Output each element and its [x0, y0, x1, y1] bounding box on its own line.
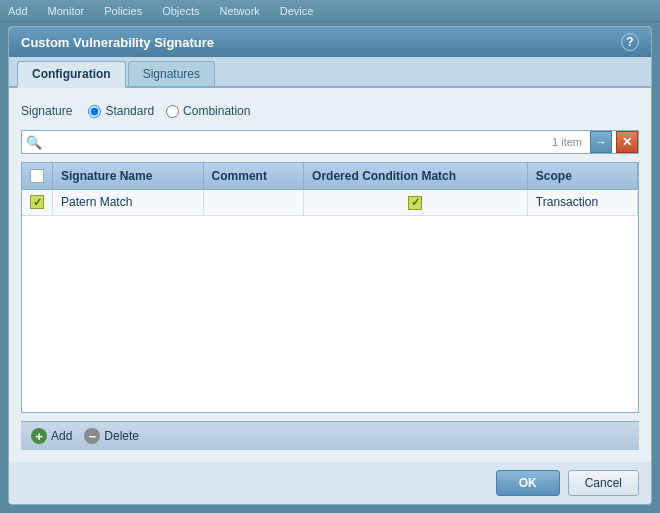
row-checkbox-cell: ✓ [22, 190, 53, 216]
row-scope: Transaction [527, 190, 637, 216]
row-ordered-condition-match: ✓ [304, 190, 528, 216]
radio-standard[interactable]: Standard [88, 104, 154, 118]
search-count: 1 item [552, 136, 586, 148]
search-bar: 🔍 1 item → ✕ [21, 130, 639, 154]
table-row[interactable]: ✓Patern Match✓Transaction [22, 190, 638, 216]
add-icon: + [31, 428, 47, 444]
tab-signatures[interactable]: Signatures [128, 61, 215, 86]
row-comment [203, 190, 304, 216]
nav-policies[interactable]: Policies [104, 5, 142, 17]
nav-add[interactable]: Add [8, 5, 28, 17]
radio-standard-input[interactable] [88, 105, 101, 118]
dialog: Custom Vulnerability Signature ? Configu… [8, 26, 652, 505]
search-icon: 🔍 [22, 135, 46, 150]
radio-combination-input[interactable] [166, 105, 179, 118]
signature-radio-group: Standard Combination [88, 104, 250, 118]
nav-objects[interactable]: Objects [162, 5, 199, 17]
help-button[interactable]: ? [621, 33, 639, 51]
dialog-title-bar: Custom Vulnerability Signature ? [9, 27, 651, 57]
tab-configuration[interactable]: Configuration [17, 61, 126, 88]
table-header-row: Signature Name Comment Ordered Condition… [22, 163, 638, 190]
nav-monitor[interactable]: Monitor [48, 5, 85, 17]
add-button[interactable]: + Add [31, 428, 72, 444]
dialog-title-text: Custom Vulnerability Signature [21, 35, 214, 50]
signatures-table-wrap: Signature Name Comment Ordered Condition… [21, 162, 639, 413]
col-checkbox [22, 163, 53, 190]
dialog-content: Signature Standard Combination 🔍 1 item … [9, 88, 651, 462]
row-signature-name: Patern Match [53, 190, 204, 216]
delete-button[interactable]: − Delete [84, 428, 139, 444]
col-signature-name: Signature Name [53, 163, 204, 190]
nav-device[interactable]: Device [280, 5, 314, 17]
search-clear-button[interactable]: ✕ [616, 131, 638, 153]
top-navigation: Add Monitor Policies Objects Network Dev… [0, 0, 660, 22]
table-footer: + Add − Delete [21, 421, 639, 450]
header-checkbox[interactable] [30, 169, 44, 183]
radio-combination[interactable]: Combination [166, 104, 250, 118]
cancel-button[interactable]: Cancel [568, 470, 639, 496]
delete-icon: − [84, 428, 100, 444]
nav-network[interactable]: Network [219, 5, 259, 17]
col-scope: Scope [527, 163, 637, 190]
ordered-checkbox: ✓ [408, 196, 422, 210]
tab-bar: Configuration Signatures [9, 57, 651, 88]
col-ordered-condition-match: Ordered Condition Match [304, 163, 528, 190]
signatures-table: Signature Name Comment Ordered Condition… [22, 163, 638, 216]
signature-type-row: Signature Standard Combination [21, 100, 639, 122]
ok-button[interactable]: OK [496, 470, 560, 496]
search-input[interactable] [50, 136, 548, 148]
bottom-button-bar: OK Cancel [9, 462, 651, 504]
search-go-button[interactable]: → [590, 131, 612, 153]
signature-label: Signature [21, 104, 72, 118]
col-comment: Comment [203, 163, 304, 190]
row-checkbox[interactable]: ✓ [30, 195, 44, 209]
